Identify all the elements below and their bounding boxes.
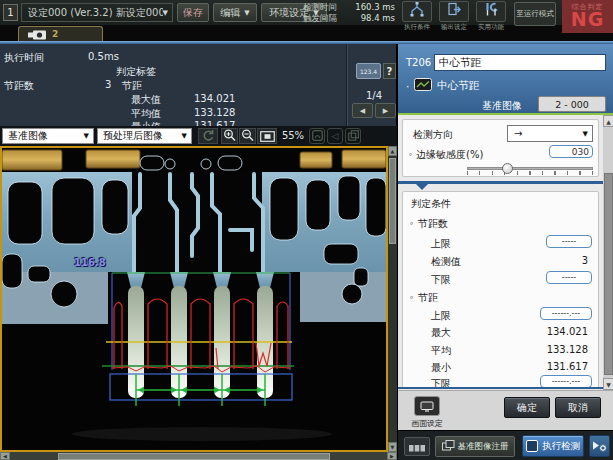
- stat-label: 平均值: [131, 107, 161, 121]
- chevron-down-icon: ▼: [244, 9, 249, 17]
- scroll-right-button[interactable]: ▶: [387, 452, 397, 460]
- max-value: 134.021: [547, 326, 588, 337]
- lower-limit-input[interactable]: [546, 271, 592, 284]
- settings-scroll-up[interactable]: ▲: [603, 115, 613, 127]
- down-arrow-icon: ▼: [606, 381, 611, 388]
- dot-bullet: ·: [406, 80, 409, 92]
- scroll-down-button[interactable]: ▼: [388, 442, 397, 452]
- output-setting-button[interactable]: [439, 1, 469, 22]
- direction-select[interactable]: → ▼: [507, 125, 593, 142]
- camera-tab[interactable]: 2: [18, 26, 103, 41]
- viewer-vertical-scrollbar[interactable]: ▲ ▼: [388, 146, 397, 452]
- upper-limit-input[interactable]: [540, 307, 592, 320]
- stat-value: 133.128: [194, 107, 235, 118]
- direction-label: 检测方向: [413, 128, 453, 142]
- bullet-icon: ∘: [408, 150, 413, 159]
- pitch-label: 节距: [122, 79, 142, 93]
- min-value: 131.617: [547, 361, 588, 372]
- display-mode-select[interactable]: 预处理后图像 ▼: [97, 128, 192, 144]
- scroll-left-button[interactable]: ◀: [0, 452, 10, 460]
- upper-limit-input[interactable]: [546, 235, 592, 248]
- section-separator: [398, 181, 603, 191]
- image-back-icon: [312, 130, 323, 143]
- stat-label: 最大值: [131, 93, 161, 107]
- sensitivity-slider[interactable]: [465, 163, 595, 177]
- tool-id: T206: [406, 57, 431, 68]
- viewer-horizontal-scrollbar[interactable]: ◀ ▶: [0, 452, 397, 460]
- viewer-toolbar: 基准图像 ▼ 预处理后图像 ▼ 55%: [0, 126, 397, 146]
- compare-images-button[interactable]: [345, 128, 361, 144]
- prev-page-button[interactable]: ◀: [352, 103, 373, 118]
- zoom-out-icon: [241, 127, 254, 146]
- bottom-action-bar: 基准图像注册 执行检测: [398, 430, 613, 460]
- ref-image-button[interactable]: 2 - 000: [538, 96, 606, 112]
- judge-title: 判定条件: [411, 197, 451, 211]
- edit-menu-button[interactable]: 编辑 ▼: [213, 3, 257, 22]
- tool-settings-panel: T206 · 中心节距 基准图像 2 - 000 检测方向 → ▼ ∘: [397, 44, 613, 460]
- numeric-display-button[interactable]: 123.4: [356, 63, 381, 79]
- program-title: 设定000 (Ver.3.2) 新设定000: [28, 6, 163, 20]
- register-ref-image-button[interactable]: 基准图像注册: [435, 436, 515, 457]
- play-gear-icon: [592, 437, 607, 456]
- fit-to-screen-button[interactable]: [257, 128, 277, 144]
- detect-time-value: 160.3 ms: [355, 2, 395, 13]
- stat-value: 134.021: [194, 93, 235, 104]
- slider-track[interactable]: [467, 167, 593, 170]
- h-scroll-thumb[interactable]: [58, 453, 330, 460]
- zoom-out-button[interactable]: [239, 128, 256, 144]
- virtual-keypad-button[interactable]: [404, 437, 430, 456]
- ok-button[interactable]: 确定: [504, 397, 550, 418]
- v-scroll-thumb[interactable]: [389, 158, 396, 244]
- settings-content: 检测方向 → ▼ ∘ 边缘敏感度(%) 判定条件 ∘ 节距数: [398, 115, 603, 390]
- settings-scroll-thumb[interactable]: [604, 173, 613, 375]
- tool-name-input[interactable]: [434, 54, 606, 71]
- ref-image-label: 基准图像: [482, 99, 522, 113]
- register-image-icon: [442, 440, 455, 453]
- refresh-icon: [201, 127, 215, 146]
- detected-value: 3: [582, 255, 588, 266]
- row-label: 平均: [431, 344, 451, 358]
- left-arrow-icon: ◀: [360, 107, 365, 115]
- run-detection-button[interactable]: 执行检测: [522, 435, 584, 457]
- screen-setting-button[interactable]: [414, 396, 440, 416]
- panel-divider: [346, 44, 348, 126]
- cancel-button[interactable]: 取消: [555, 397, 601, 418]
- step-back-button[interactable]: ◁: [327, 128, 343, 144]
- image-viewer[interactable]: 116.8: [0, 146, 388, 452]
- image-source-select[interactable]: 基准图像 ▼: [2, 128, 94, 144]
- overlapping-squares-icon: [348, 130, 359, 143]
- run-options-button[interactable]: [589, 435, 610, 457]
- settings-scroll-down[interactable]: ▼: [603, 378, 613, 390]
- next-page-button[interactable]: ▶: [375, 103, 396, 118]
- settings-header: T206 · 中心节距 基准图像 2 - 000: [398, 44, 613, 113]
- detect-time-label: 检测时间: [303, 2, 337, 13]
- down-arrow-icon: ▼: [391, 444, 395, 450]
- row-label: 最小: [431, 361, 451, 375]
- overall-judgement-value: NG: [562, 12, 613, 27]
- zoom-in-button[interactable]: [221, 128, 238, 144]
- exec-condition-label: 执行条件: [397, 23, 437, 32]
- output-setting-label: 输出设定: [434, 23, 474, 32]
- detection-section: 检测方向 → ▼ ∘ 边缘敏感度(%): [402, 119, 599, 177]
- save-button[interactable]: 保存: [177, 3, 209, 22]
- avg-value: 133.128: [547, 344, 588, 355]
- help-button[interactable]: ?: [383, 63, 396, 79]
- right-arrow-icon: ▶: [383, 107, 388, 115]
- utility-button[interactable]: [476, 1, 506, 22]
- scroll-up-button[interactable]: ▲: [388, 146, 397, 156]
- sensitivity-input[interactable]: [549, 145, 593, 158]
- prev-image-button[interactable]: [309, 128, 325, 144]
- refresh-button[interactable]: [198, 128, 218, 144]
- exec-condition-button[interactable]: [402, 1, 432, 22]
- overall-judgement-panel: 综合判定 NG: [562, 0, 613, 33]
- pitch-count-label: 节距数: [4, 79, 34, 93]
- slider-thumb[interactable]: [502, 163, 513, 174]
- run-mode-button[interactable]: 至运行模式: [514, 2, 556, 26]
- chevron-down-icon: ▼: [182, 132, 187, 140]
- tool-tree-item[interactable]: · 中心节距: [406, 78, 479, 93]
- settings-scrollbar[interactable]: ▲ ▼: [603, 115, 613, 390]
- pitch-count-value: 3: [105, 79, 111, 90]
- program-title-dropdown[interactable]: 设定000 (Ver.3.2) 新设定000 ▼: [21, 3, 173, 22]
- vision-system-window: 1 设定000 (Ver.3.2) 新设定000 ▼ 保存 编辑 ▼ 环境设定 …: [0, 0, 613, 460]
- group-title: 节距数: [418, 217, 448, 231]
